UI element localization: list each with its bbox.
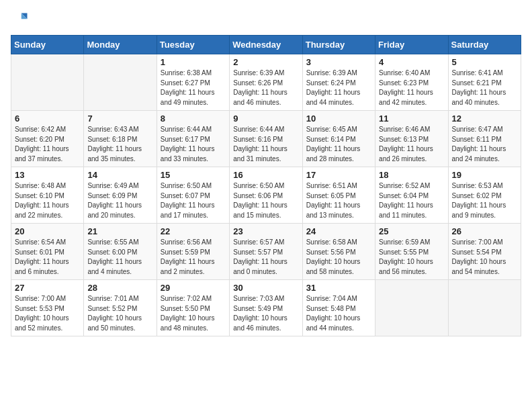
day-number: 6	[15, 113, 80, 124]
day-detail: Sunrise: 6:39 AM Sunset: 6:26 PM Dayligh…	[233, 68, 298, 107]
day-number: 15	[161, 170, 226, 180]
day-detail: Sunrise: 6:45 AM Sunset: 6:14 PM Dayligh…	[306, 125, 371, 164]
day-number: 5	[452, 57, 517, 67]
day-detail: Sunrise: 7:00 AM Sunset: 5:53 PM Dayligh…	[15, 294, 80, 333]
calendar-cell: 18Sunrise: 6:52 AM Sunset: 6:04 PM Dayli…	[375, 167, 448, 224]
calendar-cell: 4Sunrise: 6:40 AM Sunset: 6:23 PM Daylig…	[375, 54, 448, 111]
day-detail: Sunrise: 7:04 AM Sunset: 5:48 PM Dayligh…	[306, 294, 371, 333]
day-detail: Sunrise: 6:51 AM Sunset: 6:05 PM Dayligh…	[306, 181, 371, 220]
calendar-cell	[11, 54, 84, 111]
calendar-week-3: 13Sunrise: 6:48 AM Sunset: 6:10 PM Dayli…	[11, 167, 521, 224]
calendar-cell: 30Sunrise: 7:03 AM Sunset: 5:49 PM Dayli…	[230, 280, 302, 336]
calendar-cell	[84, 54, 157, 111]
day-number: 8	[161, 113, 226, 124]
logo	[11, 11, 30, 30]
day-detail: Sunrise: 6:43 AM Sunset: 6:18 PM Dayligh…	[87, 125, 152, 164]
day-detail: Sunrise: 6:42 AM Sunset: 6:20 PM Dayligh…	[15, 125, 80, 164]
calendar-cell: 25Sunrise: 6:59 AM Sunset: 5:55 PM Dayli…	[375, 224, 448, 280]
calendar-cell: 31Sunrise: 7:04 AM Sunset: 5:48 PM Dayli…	[302, 280, 375, 336]
day-number: 20	[15, 226, 80, 236]
day-number: 19	[452, 170, 517, 180]
day-number: 16	[233, 170, 298, 180]
day-detail: Sunrise: 6:56 AM Sunset: 5:59 PM Dayligh…	[161, 238, 226, 277]
day-detail: Sunrise: 6:39 AM Sunset: 6:24 PM Dayligh…	[306, 68, 371, 107]
day-detail: Sunrise: 6:54 AM Sunset: 6:01 PM Dayligh…	[15, 238, 80, 277]
page-header	[11, 11, 521, 30]
day-number: 17	[306, 170, 371, 180]
day-detail: Sunrise: 7:01 AM Sunset: 5:52 PM Dayligh…	[87, 294, 152, 333]
day-number: 23	[233, 226, 298, 236]
day-detail: Sunrise: 6:38 AM Sunset: 6:27 PM Dayligh…	[161, 68, 226, 107]
calendar-cell: 27Sunrise: 7:00 AM Sunset: 5:53 PM Dayli…	[11, 280, 84, 336]
day-number: 7	[87, 113, 152, 124]
day-detail: Sunrise: 6:50 AM Sunset: 6:06 PM Dayligh…	[233, 181, 298, 220]
calendar-cell: 7Sunrise: 6:43 AM Sunset: 6:18 PM Daylig…	[84, 111, 157, 167]
day-number: 9	[233, 113, 298, 124]
calendar-cell: 28Sunrise: 7:01 AM Sunset: 5:52 PM Dayli…	[84, 280, 157, 336]
calendar-header-friday: Friday	[375, 36, 448, 54]
day-number: 4	[379, 57, 444, 67]
calendar-cell: 21Sunrise: 6:55 AM Sunset: 6:00 PM Dayli…	[84, 224, 157, 280]
calendar-cell: 19Sunrise: 6:53 AM Sunset: 6:02 PM Dayli…	[448, 167, 521, 224]
calendar-table: SundayMondayTuesdayWednesdayThursdayFrid…	[11, 35, 521, 336]
day-number: 13	[15, 170, 80, 180]
day-detail: Sunrise: 6:50 AM Sunset: 6:07 PM Dayligh…	[161, 181, 226, 220]
day-number: 30	[233, 283, 298, 293]
calendar-header-saturday: Saturday	[448, 36, 521, 54]
calendar-cell: 13Sunrise: 6:48 AM Sunset: 6:10 PM Dayli…	[11, 167, 84, 224]
day-detail: Sunrise: 6:44 AM Sunset: 6:17 PM Dayligh…	[161, 125, 226, 164]
calendar-cell: 17Sunrise: 6:51 AM Sunset: 6:05 PM Dayli…	[302, 167, 375, 224]
calendar-header-sunday: Sunday	[11, 36, 84, 54]
day-number: 22	[161, 226, 226, 236]
calendar-cell: 26Sunrise: 7:00 AM Sunset: 5:54 PM Dayli…	[448, 224, 521, 280]
day-number: 1	[161, 57, 226, 67]
calendar-week-1: 1Sunrise: 6:38 AM Sunset: 6:27 PM Daylig…	[11, 54, 521, 111]
calendar-header-row: SundayMondayTuesdayWednesdayThursdayFrid…	[11, 36, 521, 54]
day-detail: Sunrise: 6:59 AM Sunset: 5:55 PM Dayligh…	[379, 238, 444, 277]
calendar-cell: 11Sunrise: 6:46 AM Sunset: 6:13 PM Dayli…	[375, 111, 448, 167]
day-number: 14	[87, 170, 152, 180]
calendar-cell: 16Sunrise: 6:50 AM Sunset: 6:06 PM Dayli…	[230, 167, 302, 224]
calendar-header-wednesday: Wednesday	[230, 36, 302, 54]
calendar-header-tuesday: Tuesday	[157, 36, 229, 54]
day-detail: Sunrise: 6:48 AM Sunset: 6:10 PM Dayligh…	[15, 181, 80, 220]
day-detail: Sunrise: 6:44 AM Sunset: 6:16 PM Dayligh…	[233, 125, 298, 164]
calendar-cell: 15Sunrise: 6:50 AM Sunset: 6:07 PM Dayli…	[157, 167, 229, 224]
calendar-header-monday: Monday	[84, 36, 157, 54]
calendar-cell: 8Sunrise: 6:44 AM Sunset: 6:17 PM Daylig…	[157, 111, 229, 167]
day-number: 12	[452, 113, 517, 124]
day-detail: Sunrise: 6:40 AM Sunset: 6:23 PM Dayligh…	[379, 68, 444, 107]
calendar-cell: 12Sunrise: 6:47 AM Sunset: 6:11 PM Dayli…	[448, 111, 521, 167]
calendar-header-thursday: Thursday	[302, 36, 375, 54]
calendar-cell: 1Sunrise: 6:38 AM Sunset: 6:27 PM Daylig…	[157, 54, 229, 111]
day-number: 28	[87, 283, 152, 293]
day-detail: Sunrise: 6:47 AM Sunset: 6:11 PM Dayligh…	[452, 125, 517, 164]
calendar-cell: 5Sunrise: 6:41 AM Sunset: 6:21 PM Daylig…	[448, 54, 521, 111]
day-number: 26	[452, 226, 517, 236]
day-number: 25	[379, 226, 444, 236]
day-detail: Sunrise: 7:03 AM Sunset: 5:49 PM Dayligh…	[233, 294, 298, 333]
day-number: 10	[306, 113, 371, 124]
day-detail: Sunrise: 6:52 AM Sunset: 6:04 PM Dayligh…	[379, 181, 444, 220]
general-blue-logo-icon	[11, 11, 30, 30]
day-detail: Sunrise: 6:53 AM Sunset: 6:02 PM Dayligh…	[452, 181, 517, 220]
calendar-week-5: 27Sunrise: 7:00 AM Sunset: 5:53 PM Dayli…	[11, 280, 521, 336]
day-number: 31	[306, 283, 371, 293]
calendar-cell: 24Sunrise: 6:58 AM Sunset: 5:56 PM Dayli…	[302, 224, 375, 280]
calendar-week-2: 6Sunrise: 6:42 AM Sunset: 6:20 PM Daylig…	[11, 111, 521, 167]
day-number: 21	[87, 226, 152, 236]
calendar-cell: 20Sunrise: 6:54 AM Sunset: 6:01 PM Dayli…	[11, 224, 84, 280]
calendar-cell: 10Sunrise: 6:45 AM Sunset: 6:14 PM Dayli…	[302, 111, 375, 167]
calendar-cell: 29Sunrise: 7:02 AM Sunset: 5:50 PM Dayli…	[157, 280, 229, 336]
day-number: 27	[15, 283, 80, 293]
calendar-cell: 2Sunrise: 6:39 AM Sunset: 6:26 PM Daylig…	[230, 54, 302, 111]
day-number: 3	[306, 57, 371, 67]
day-detail: Sunrise: 6:49 AM Sunset: 6:09 PM Dayligh…	[87, 181, 152, 220]
day-number: 2	[233, 57, 298, 67]
calendar-cell	[375, 280, 448, 336]
calendar-week-4: 20Sunrise: 6:54 AM Sunset: 6:01 PM Dayli…	[11, 224, 521, 280]
calendar-cell: 3Sunrise: 6:39 AM Sunset: 6:24 PM Daylig…	[302, 54, 375, 111]
day-detail: Sunrise: 7:00 AM Sunset: 5:54 PM Dayligh…	[452, 238, 517, 277]
day-detail: Sunrise: 7:02 AM Sunset: 5:50 PM Dayligh…	[161, 294, 226, 333]
calendar-cell: 23Sunrise: 6:57 AM Sunset: 5:57 PM Dayli…	[230, 224, 302, 280]
